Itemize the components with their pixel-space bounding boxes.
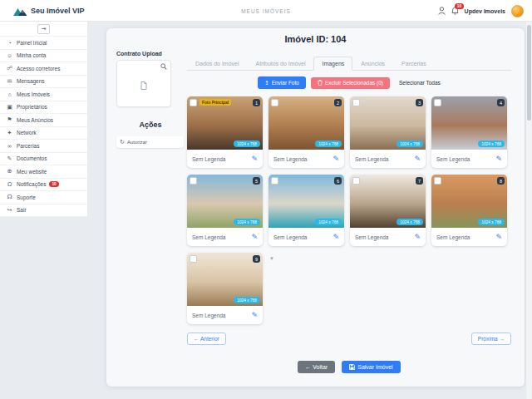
tab-parcerias[interactable]: Parcerias xyxy=(393,57,435,70)
edit-caption-icon[interactable]: ✎ xyxy=(495,234,502,241)
save-property-button[interactable]: Salvar Imóvel xyxy=(342,361,400,373)
photo-card: 9 1024 x 768 Sem Legenda ✎ xyxy=(187,253,263,324)
sidebar-item-meu-website[interactable]: ⊕ Meu website xyxy=(0,165,87,179)
authorize-label: Autorizar xyxy=(127,140,147,145)
sidebar-item-documentos[interactable]: ✎ Documentos xyxy=(0,153,87,166)
photo-thumbnail[interactable]: 4 1024 x 768 xyxy=(431,96,507,150)
photo-size-badge: 1024 x 768 xyxy=(315,219,342,225)
edit-caption-icon[interactable]: ✎ xyxy=(332,155,339,163)
photo-grid: ▼ Foto Principal 1 1024 x 768 Sem Legend… xyxy=(187,96,511,324)
previous-page-button[interactable]: ← Anterior xyxy=(187,332,226,345)
tab-dados-do-imovel[interactable]: Dados do Imóvel xyxy=(187,57,248,70)
sidebar-item-painel-inicial[interactable]: ◔ Painel Inicial xyxy=(0,37,87,50)
photo-caption-row: Sem Legenda ✎ xyxy=(187,150,263,168)
edit-caption-icon[interactable]: ✎ xyxy=(414,155,421,163)
sidebar-item-label: Meus Imóveis xyxy=(17,91,50,97)
upload-photo-button[interactable]: ↥ Enviar Foto xyxy=(258,76,306,89)
tab-imagens[interactable]: Imagens xyxy=(313,57,352,71)
sidebar-item-meus-anuncios[interactable]: ⚑ Meus Anúncios xyxy=(0,114,87,127)
edit-caption-icon[interactable]: ✎ xyxy=(251,155,258,163)
photo-caption-row: Sem Legenda ✎ xyxy=(268,150,344,168)
photo-checkbox[interactable] xyxy=(352,99,360,106)
sidebar-item-suporte[interactable]: ☊ Suporte xyxy=(0,191,87,204)
photo-number-badge: 9 xyxy=(253,255,260,263)
photo-thumbnail[interactable]: Foto Principal 1 1024 x 768 xyxy=(187,96,263,150)
sidebar-item-sair[interactable]: ↪ Sair xyxy=(0,204,87,218)
photo-checkbox[interactable] xyxy=(271,177,278,185)
sidebar-item-label: Meus Anúncios xyxy=(17,117,53,123)
select-all-button[interactable]: Selecionar Todas xyxy=(399,80,441,86)
scrollbar-thumb[interactable] xyxy=(527,25,531,121)
sidebar-item-acesso-corretores[interactable]: ☍ Acesso corretores xyxy=(0,62,87,76)
photo-thumbnail[interactable]: 7 1024 x 768 xyxy=(350,175,426,228)
sidebar-item-label: Painel Inicial xyxy=(17,40,47,46)
photo-thumbnail[interactable]: 9 1024 x 768 xyxy=(187,253,263,306)
edit-caption-icon[interactable]: ✎ xyxy=(414,234,421,241)
sidebar-item-icon: ◔ xyxy=(6,40,13,46)
next-page-button[interactable]: Próxima → xyxy=(471,332,511,345)
user-name[interactable]: Updev Imoveis xyxy=(465,8,505,14)
photo-size-badge: 1024 x 768 xyxy=(315,140,342,147)
sidebar-item-parcerias[interactable]: ∞ Parcerias xyxy=(0,140,87,153)
notifications-bell-icon[interactable]: 10 xyxy=(451,7,459,15)
tab-atributos-do-imovel[interactable]: Atributos do Imóvel xyxy=(248,57,314,70)
grid-caret-icon[interactable]: ▼ xyxy=(269,256,274,261)
images-tab-content: Dados do ImóvelAtributos do ImóvelImagen… xyxy=(187,57,511,345)
tab-anuncios[interactable]: Anúncios xyxy=(352,57,393,70)
back-button[interactable]: ← Voltar xyxy=(298,361,335,373)
edit-caption-icon[interactable]: ✎ xyxy=(251,312,258,319)
photo-thumbnail[interactable]: 5 1024 x 768 xyxy=(187,175,263,228)
photo-thumbnail[interactable]: 6 1024 x 768 xyxy=(268,175,344,228)
photo-size-badge: 1024 x 768 xyxy=(234,219,260,225)
photo-checkbox[interactable] xyxy=(190,177,197,185)
edit-caption-icon[interactable]: ✎ xyxy=(495,155,502,163)
photo-checkbox[interactable] xyxy=(190,99,197,106)
sidebar-item-notificacoes[interactable]: Ω Notificações 10 xyxy=(0,179,87,192)
photo-card: 7 1024 x 768 Sem Legenda ✎ xyxy=(350,175,426,246)
edit-caption-icon[interactable]: ✎ xyxy=(251,234,258,241)
photo-caption: Sem Legenda xyxy=(355,156,388,162)
sidebar-item-label: Acesso corretores xyxy=(17,66,60,71)
photo-size-badge: 1024 x 768 xyxy=(478,219,505,225)
photo-thumbnail[interactable]: 2 1024 x 768 xyxy=(268,96,344,150)
avatar[interactable] xyxy=(511,5,524,17)
photo-checkbox[interactable] xyxy=(352,177,360,185)
contract-upload-dropzone[interactable] xyxy=(116,60,171,107)
person-icon[interactable] xyxy=(438,7,446,15)
photo-number-badge: 1 xyxy=(253,99,260,106)
delete-selected-button[interactable]: Excluir Selecionadas (0) xyxy=(311,77,390,89)
photo-checkbox[interactable] xyxy=(434,99,441,106)
photo-checkbox[interactable] xyxy=(190,255,197,263)
sidebar-item-label: Proprietários xyxy=(17,104,47,110)
sidebar-item-network[interactable]: ✦ Network xyxy=(0,127,87,140)
photo-card: 5 1024 x 768 Sem Legenda ✎ xyxy=(187,175,263,246)
photo-number-badge: 2 xyxy=(334,99,342,106)
photo-checkbox[interactable] xyxy=(434,177,441,185)
sidebar-item-icon: ↪ xyxy=(6,207,13,214)
sidebar-collapse-button[interactable]: ⇥ xyxy=(37,24,50,34)
photo-thumbnail[interactable]: 3 1024 x 768 xyxy=(350,96,426,150)
sidebar-item-label: Documentos xyxy=(17,155,47,161)
sidebar-item-mensagens[interactable]: ✉ Mensagens xyxy=(0,76,87,89)
save-property-label: Salvar Imóvel xyxy=(357,364,392,370)
search-icon[interactable] xyxy=(160,63,167,70)
sidebar-item-proprietarios[interactable]: ▣ Proprietários xyxy=(0,101,87,115)
photo-caption: Sem Legenda xyxy=(192,313,225,318)
sidebar-item-icon: ☺ xyxy=(6,52,13,58)
photo-card: Foto Principal 1 1024 x 768 Sem Legenda … xyxy=(187,96,263,168)
photo-checkbox[interactable] xyxy=(271,99,278,106)
photo-card: 3 1024 x 768 Sem Legenda ✎ xyxy=(350,96,426,168)
photo-caption-row: Sem Legenda ✎ xyxy=(350,150,426,168)
upload-photo-label: Enviar Foto xyxy=(272,80,299,86)
sidebar-item-icon: ✎ xyxy=(6,155,13,162)
sidebar-item-minha-conta[interactable]: ☺ Minha conta xyxy=(0,50,87,63)
property-panel: Imóvel ID: 104 Contrato Upload Ações ↻ A… xyxy=(106,28,525,387)
edit-caption-icon[interactable]: ✎ xyxy=(332,234,339,241)
authorize-button[interactable]: ↻ Autorizar xyxy=(116,136,184,148)
sidebar-item-meus-imoveis[interactable]: ⌂ Meus Imóveis xyxy=(0,88,87,101)
scrollbar-track[interactable] xyxy=(526,22,532,399)
footer-actions: ← Voltar Salvar Imóvel xyxy=(187,361,511,373)
photo-caption-row: Sem Legenda ✎ xyxy=(268,228,344,246)
photo-thumbnail[interactable]: 8 1024 x 768 xyxy=(431,175,507,228)
trash-icon xyxy=(318,80,323,86)
